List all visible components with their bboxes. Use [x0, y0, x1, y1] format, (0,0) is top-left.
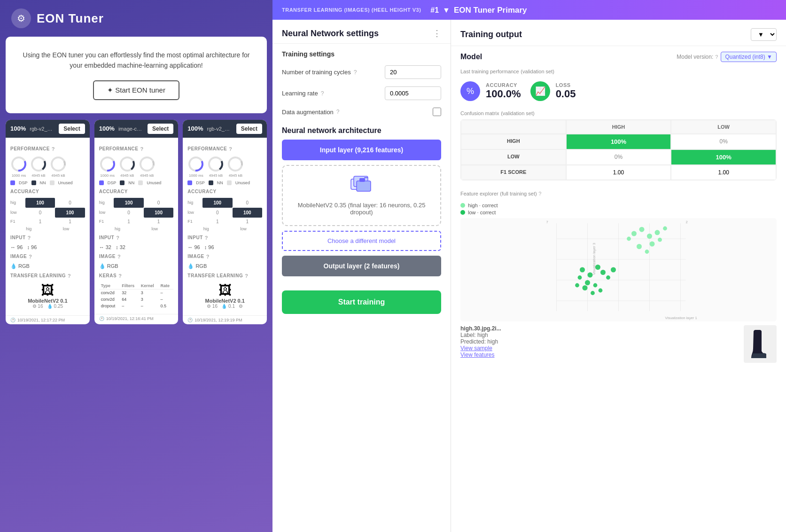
feature-legend: high · correct low · correct	[451, 200, 786, 218]
augmentation-checkbox[interactable]	[433, 108, 441, 116]
sample-predicted: Predicted: high	[460, 338, 734, 345]
model-1-perf-label: PERFORMANCE ?	[10, 146, 85, 152]
accuracy-metric: % ACCURACY 100.0%	[460, 81, 521, 101]
choose-model-button[interactable]: Choose a different model	[282, 231, 441, 251]
start-eon-button[interactable]: ✦ Start EON tuner	[93, 80, 179, 100]
augmentation-label: Data augmentation ?	[282, 109, 340, 116]
svg-point-39	[655, 230, 660, 235]
output-layer-button[interactable]: Output layer (2 features)	[282, 256, 441, 276]
rate-label: Learning rate ?	[282, 90, 324, 97]
feature-help-icon: ?	[538, 191, 541, 196]
svg-point-58	[575, 283, 579, 288]
augmentation-row: Data augmentation ?	[272, 104, 451, 120]
svg-point-49	[578, 275, 582, 280]
svg-point-36	[631, 231, 637, 236]
left-panel: ⚙ EON Tuner Using the EON tuner you can …	[0, 0, 272, 532]
svg-point-44	[637, 244, 642, 249]
svg-text:Visualization layer 3: Visualization layer 3	[592, 243, 596, 275]
feature-explorer-label: Feature explorer (full training set) ?	[451, 185, 786, 200]
cycles-row: Number of training cycles ?	[272, 62, 451, 83]
model-3-name: rgb-v2_a1-4e2	[207, 126, 233, 132]
training-section-title: Training settings	[272, 44, 451, 62]
accuracy-value: 100.0%	[486, 88, 521, 100]
panels-container: Neural Network settings ⋮ Training setti…	[272, 20, 786, 532]
right-section: TRANSFER LEARNING (IMAGES) (HEEL HEIGHT …	[272, 0, 786, 532]
model-card-1: 100% rgb-v2_a1-e... Select PERFORMANCE ?…	[6, 120, 90, 324]
confusion-matrix: HIGH LOW HIGH 100% 0% LOW 0% 100% F1 SCO…	[460, 119, 777, 180]
svg-point-10	[140, 157, 154, 171]
svg-point-48	[595, 265, 600, 270]
model-1-donut-3: 4945 kB	[50, 156, 67, 178]
model-2-select-button[interactable]: Select	[148, 124, 173, 134]
cm-row-f1: F1 SCORE 1.00 1.00	[461, 165, 776, 180]
model-1-percent: 100%	[10, 125, 26, 132]
feature-chart: Visualization layer 3 Visualization laye…	[460, 218, 777, 321]
welcome-card: Using the EON tuner you can effortlessly…	[6, 37, 267, 113]
sample-label: Label: high	[460, 332, 734, 338]
app-header: ⚙ EON Tuner	[0, 0, 272, 37]
cm-header-row: HIGH LOW	[461, 120, 776, 134]
metrics-row: % ACCURACY 100.0% 📈 LOSS 0.05	[451, 78, 786, 105]
model-1-select-button[interactable]: Select	[59, 124, 85, 134]
version-badge-button[interactable]: Quantized (int8) ▼	[721, 52, 777, 62]
app-title: EON Tuner	[37, 11, 104, 26]
model-3-percent: 100%	[187, 125, 203, 132]
svg-point-37	[639, 227, 645, 232]
model-block-name: MobileNetV2 0.35 (final layer: 16 neuron…	[292, 202, 431, 216]
model-card-2: 100% image-conv... Select PERFORMANCE ? …	[94, 120, 179, 324]
svg-text:7: 7	[546, 220, 548, 224]
model-1-donuts: 1000 ms 4945 kB 4945 kB	[10, 156, 85, 178]
svg-point-41	[663, 227, 667, 231]
accuracy-label: ACCURACY	[486, 82, 521, 88]
model-1-timestamp: 🕐10/19/2021, 12:17:22 PM	[6, 315, 90, 324]
model-card-3-header: 100% rgb-v2_a1-4e2 Select	[183, 120, 267, 138]
model-card-1-header: 100% rgb-v2_a1-e... Select	[6, 120, 90, 138]
svg-point-53	[593, 283, 598, 288]
project-select-button[interactable]: ▼	[443, 6, 450, 15]
view-features-link[interactable]: View features	[460, 352, 734, 358]
model-2-timestamp: 🕐10/19/2021, 12:16:41 PM	[94, 314, 179, 323]
view-sample-link[interactable]: View sample	[460, 345, 734, 352]
svg-point-4	[52, 157, 65, 171]
start-training-button[interactable]: Start training	[282, 290, 441, 314]
svg-point-46	[580, 267, 585, 273]
cycles-label: Number of training cycles ?	[282, 69, 357, 76]
output-panel-title: Training output	[460, 30, 522, 39]
svg-text:Visualization layer 1: Visualization layer 1	[665, 316, 697, 320]
top-bar-hash: #1	[430, 6, 439, 15]
model-1-body: PERFORMANCE ? 1000 ms 4945 kB 4945 kB	[6, 138, 90, 315]
sample-image	[744, 325, 777, 363]
model-3-body: PERFORMANCE ? 1000 ms 4945 kB 4945 kB	[183, 138, 267, 315]
loss-metric: 📈 LOSS 0.05	[530, 81, 576, 101]
svg-point-16	[229, 157, 242, 171]
model-3-timestamp: 🕐10/19/2021, 12:19:19 PM	[183, 315, 267, 324]
model-2-name: image-conv...	[118, 126, 144, 132]
output-dropdown[interactable]: ▼	[751, 28, 777, 41]
input-layer-button[interactable]: Input layer (9,216 features)	[282, 140, 441, 160]
neural-network-panel: Neural Network settings ⋮ Training setti…	[272, 20, 451, 532]
svg-point-57	[583, 285, 588, 290]
nn-panel-header: Neural Network settings ⋮	[272, 20, 451, 44]
model-1-donut-2: 4945 kB	[30, 156, 47, 178]
app-logo: ⚙	[11, 8, 31, 28]
svg-point-52	[585, 280, 590, 285]
rate-input[interactable]	[385, 86, 441, 100]
svg-point-45	[645, 250, 649, 254]
accuracy-icon: %	[460, 81, 480, 101]
nn-menu-button[interactable]: ⋮	[433, 28, 441, 39]
loss-icon: 📈	[530, 81, 550, 101]
model-2-percent: 100%	[99, 125, 115, 132]
model-2-body: PERFORMANCE ? 1000 ms 4945 kB 4945 kB	[94, 138, 179, 314]
sample-filename: high.30.jpg.2i...	[460, 325, 734, 332]
svg-rect-21	[359, 178, 365, 182]
version-help-icon: ?	[715, 54, 718, 60]
training-output-panel: Training output ▼ Model Model version: ?…	[451, 20, 786, 532]
cycles-input[interactable]	[385, 65, 441, 79]
left-content: Using the EON tuner you can effortlessly…	[0, 37, 272, 532]
legend-low-dot	[460, 210, 465, 215]
model-version-row: Model Model version: ? Quantized (int8) …	[451, 46, 786, 65]
loss-label: LOSS	[556, 82, 576, 88]
models-row: 100% rgb-v2_a1-e... Select PERFORMANCE ?…	[6, 120, 267, 324]
model-3-select-button[interactable]: Select	[236, 124, 262, 134]
cm-row-low: LOW 0% 100%	[461, 149, 776, 165]
